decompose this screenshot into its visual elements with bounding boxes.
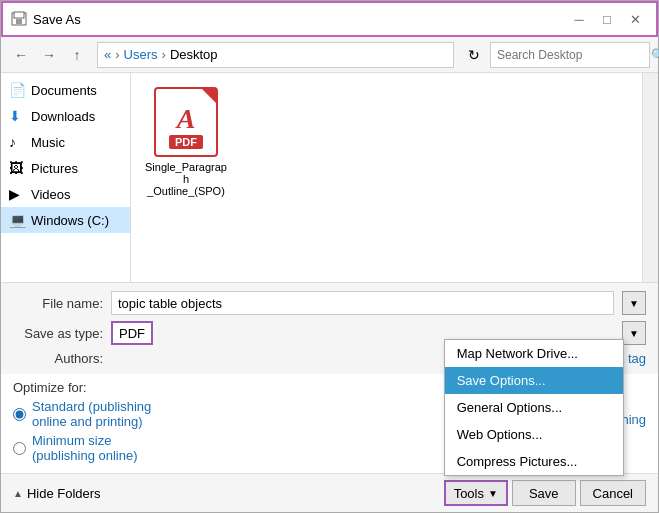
sidebar-item-windows-c[interactable]: 💻 Windows (C:) — [1, 207, 130, 233]
dialog-icon — [11, 11, 27, 27]
svg-rect-1 — [14, 12, 24, 18]
radio-standard-label: Standard (publishingonline and printing) — [32, 399, 151, 429]
menu-item-web-options[interactable]: Web Options... — [445, 421, 623, 448]
pdf-badge: PDF — [169, 135, 203, 149]
search-input[interactable] — [497, 48, 647, 62]
dialog-title: Save As — [33, 12, 81, 27]
pdf-file-icon: A PDF — [154, 87, 218, 157]
content-area: 📄 Documents ⬇ Downloads ♪ Music 🖼 Pictur… — [1, 73, 658, 282]
bottom-buttons: Tools ▼ Map Network Drive... Save Option… — [444, 480, 646, 506]
music-icon: ♪ — [9, 134, 25, 150]
title-bar: Save As ─ □ ✕ — [1, 1, 658, 37]
sidebar-label-documents: Documents — [31, 83, 97, 98]
tools-arrow-icon: ▼ — [488, 488, 498, 499]
sidebar-item-documents[interactable]: 📄 Documents — [1, 77, 130, 103]
save-button[interactable]: Save — [512, 480, 576, 506]
file-item-pdf[interactable]: A PDF Single_Paragraph_Outline_(SPO) — [141, 83, 231, 201]
radio-minimum-label: Minimum size(publishing online) — [32, 433, 138, 463]
breadcrumb-root[interactable]: « — [104, 47, 111, 62]
breadcrumb-users[interactable]: Users — [124, 47, 158, 62]
breadcrumb-sep-1: › — [115, 47, 119, 62]
windows-c-icon: 💻 — [9, 212, 25, 228]
up-button[interactable]: ↑ — [65, 43, 89, 67]
documents-icon: 📄 — [9, 82, 25, 98]
filename-dropdown-btn[interactable]: ▼ — [622, 291, 646, 315]
save-as-dialog: Save As ─ □ ✕ ← → ↑ « › Users › Desktop … — [0, 0, 659, 513]
forward-button[interactable]: → — [37, 43, 61, 67]
breadcrumb-sep-2: › — [162, 47, 166, 62]
sidebar-label-videos: Videos — [31, 187, 71, 202]
file-name-label: Single_Paragraph_Outline_(SPO) — [145, 161, 227, 197]
menu-item-general-options[interactable]: General Options... — [445, 394, 623, 421]
radio-minimum-input[interactable] — [13, 442, 26, 455]
sidebar-label-windows-c: Windows (C:) — [31, 213, 109, 228]
menu-item-map-network[interactable]: Map Network Drive... — [445, 340, 623, 367]
breadcrumb-desktop: Desktop — [170, 47, 218, 62]
cancel-button[interactable]: Cancel — [580, 480, 646, 506]
sidebar-item-videos[interactable]: ▶ Videos — [1, 181, 130, 207]
refresh-button[interactable]: ↻ — [462, 43, 486, 67]
radio-standard: Standard (publishingonline and printing) — [13, 399, 464, 429]
breadcrumb: « › Users › Desktop — [97, 42, 454, 68]
maximize-button[interactable]: □ — [594, 8, 620, 30]
savetype-label: Save as type: — [13, 326, 103, 341]
menu-item-compress-pictures[interactable]: Compress Pictures... — [445, 448, 623, 475]
navigation-toolbar: ← → ↑ « › Users › Desktop ↻ 🔍 — [1, 37, 658, 73]
radio-minimum: Minimum size(publishing online) — [13, 433, 464, 463]
filename-row: File name: ▼ — [13, 291, 646, 315]
sidebar-item-downloads[interactable]: ⬇ Downloads — [1, 103, 130, 129]
minimize-button[interactable]: ─ — [566, 8, 592, 30]
savetype-select[interactable]: PDF — [111, 321, 153, 345]
hide-folders-btn[interactable]: ▲ Hide Folders — [13, 486, 101, 501]
filename-label: File name: — [13, 296, 103, 311]
tools-button[interactable]: Tools ▼ — [444, 480, 508, 506]
title-bar-left: Save As — [11, 11, 81, 27]
sidebar-label-downloads: Downloads — [31, 109, 95, 124]
hide-folders-label: Hide Folders — [27, 486, 101, 501]
back-button[interactable]: ← — [9, 43, 33, 67]
acrobat-symbol: A — [177, 105, 196, 133]
videos-icon: ▶ — [9, 186, 25, 202]
pictures-icon: 🖼 — [9, 160, 25, 176]
downloads-icon: ⬇ — [9, 108, 25, 124]
sidebar-item-pictures[interactable]: 🖼 Pictures — [1, 155, 130, 181]
menu-item-save-options[interactable]: Save Options... — [445, 367, 623, 394]
search-box: 🔍 — [490, 42, 650, 68]
tools-label: Tools — [454, 486, 484, 501]
main-pane: A PDF Single_Paragraph_Outline_(SPO) — [131, 73, 642, 282]
sidebar-item-music[interactable]: ♪ Music — [1, 129, 130, 155]
radio-standard-input[interactable] — [13, 408, 26, 421]
search-icon: 🔍 — [651, 48, 659, 62]
close-button[interactable]: ✕ — [622, 8, 648, 30]
sidebar-label-music: Music — [31, 135, 65, 150]
hide-folders-arrow: ▲ — [13, 488, 23, 499]
optimize-label: Optimize for: — [13, 380, 87, 395]
tools-dropdown-menu: Map Network Drive... Save Options... Gen… — [444, 339, 624, 476]
sidebar-label-pictures: Pictures — [31, 161, 78, 176]
savetype-dropdown-btn[interactable]: ▼ — [622, 321, 646, 345]
sidebar: 📄 Documents ⬇ Downloads ♪ Music 🖼 Pictur… — [1, 73, 131, 282]
filename-input[interactable] — [111, 291, 614, 315]
window-controls: ─ □ ✕ — [566, 8, 648, 30]
svg-rect-2 — [16, 19, 22, 24]
authors-label: Authors: — [13, 351, 103, 366]
bottom-bar: ▲ Hide Folders Tools ▼ Map Network Drive… — [1, 473, 658, 512]
scrollbar[interactable] — [642, 73, 658, 282]
optimize-section: Optimize for: Standard (publishingonline… — [13, 380, 464, 467]
